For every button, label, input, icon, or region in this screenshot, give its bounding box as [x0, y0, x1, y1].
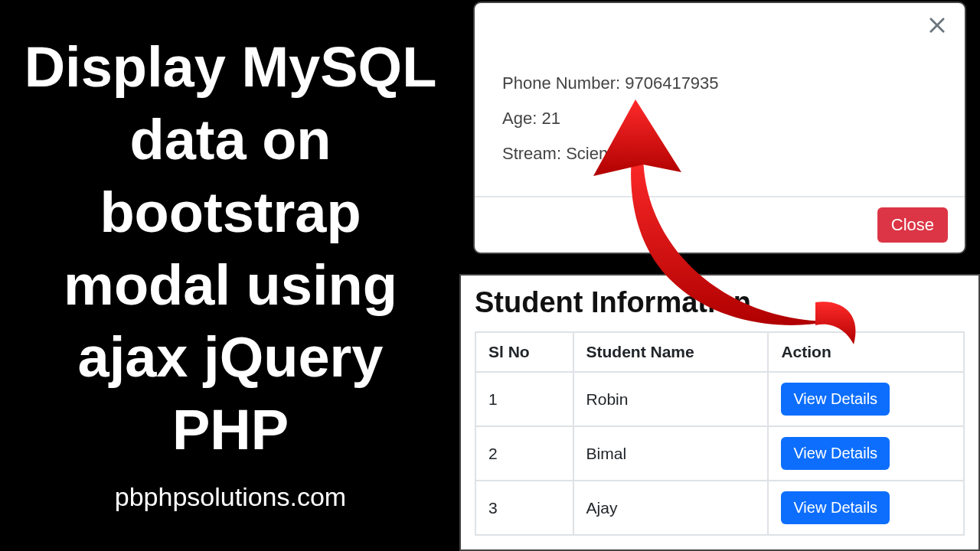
- phone-label: Phone Number:: [502, 73, 620, 93]
- age-value: 21: [541, 109, 560, 128]
- cell-name: Robin: [573, 372, 769, 426]
- col-action: Action: [768, 332, 964, 372]
- stream-value: Science: [566, 144, 626, 163]
- modal-age-row: Age: 21: [502, 109, 937, 129]
- modal-body: Phone Number: 9706417935 Age: 21 Stream:…: [475, 3, 965, 194]
- view-details-button[interactable]: View Details: [781, 383, 890, 416]
- table-heading: Student Information: [475, 286, 965, 319]
- age-label: Age:: [502, 109, 537, 128]
- cell-name: Ajay: [573, 481, 769, 535]
- table-row: 1 Robin View Details: [475, 372, 964, 426]
- cell-action: View Details: [768, 426, 964, 481]
- student-table: Sl No Student Name Action 1 Robin View D…: [475, 331, 965, 536]
- modal-footer: Close: [475, 196, 965, 253]
- view-details-button[interactable]: View Details: [781, 491, 890, 524]
- modal-dialog: Phone Number: 9706417935 Age: 21 Stream:…: [473, 2, 966, 254]
- table-row: 2 Bimal View Details: [475, 426, 964, 481]
- close-button[interactable]: Close: [877, 207, 948, 243]
- cell-sl: 1: [475, 372, 573, 426]
- cell-action: View Details: [768, 372, 964, 426]
- student-table-panel: Student Information Sl No Student Name A…: [459, 274, 980, 551]
- table-header-row: Sl No Student Name Action: [475, 332, 964, 372]
- cell-name: Bimal: [573, 426, 769, 481]
- col-student-name: Student Name: [573, 332, 769, 372]
- page-title: Display MySQL data on bootstrap modal us…: [23, 31, 438, 466]
- stream-label: Stream:: [502, 144, 561, 163]
- cell-sl: 3: [475, 481, 573, 535]
- modal-phone-row: Phone Number: 9706417935: [502, 73, 937, 93]
- col-slno: Sl No: [475, 332, 573, 372]
- modal-stream-row: Stream: Science: [502, 144, 937, 164]
- title-block: Display MySQL data on bootstrap modal us…: [0, 0, 461, 551]
- close-icon[interactable]: [926, 15, 948, 36]
- table-row: 3 Ajay View Details: [475, 481, 964, 535]
- cell-sl: 2: [475, 426, 573, 481]
- phone-value: 9706417935: [625, 73, 718, 93]
- cell-action: View Details: [768, 481, 964, 535]
- site-url: pbphpsolutions.com: [115, 482, 346, 512]
- view-details-button[interactable]: View Details: [781, 437, 890, 470]
